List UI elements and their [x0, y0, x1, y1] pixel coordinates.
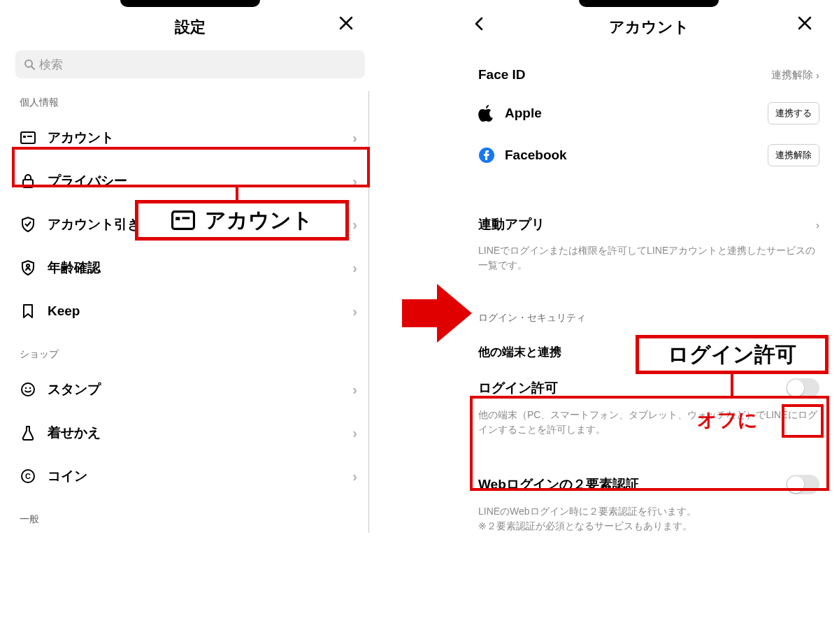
chevron-right-icon: › — [352, 173, 357, 189]
faceid-label: Face ID — [478, 67, 771, 83]
row-apple: Apple 連携する — [467, 92, 831, 134]
topbar: 設定 — [8, 7, 372, 48]
row-coin-label: コイン — [48, 467, 352, 485]
linked-apps-desc: LINEでログインまたは権限を許可してLINEアカウントと連携したサービスの一覧… — [467, 243, 831, 282]
section-login-security: ログイン・セキュリティ — [467, 306, 831, 331]
account-icon — [20, 129, 36, 146]
linked-apps-label: 連動アプリ — [478, 215, 816, 234]
svg-rect-4 — [23, 180, 33, 187]
svg-rect-13 — [175, 217, 180, 220]
chevron-right-icon: › — [352, 260, 357, 276]
svg-point-7 — [25, 387, 27, 389]
login-allow-toggle[interactable] — [786, 378, 819, 398]
lock-icon — [20, 173, 36, 189]
chevron-right-icon: › — [352, 217, 357, 233]
shield-icon — [20, 259, 36, 276]
page-title: 設定 — [8, 17, 372, 38]
callout-login-allow: ログイン許可 — [636, 335, 829, 374]
svg-text:C: C — [25, 472, 31, 480]
row-stamp[interactable]: スタンプ › — [8, 368, 368, 411]
row-age-label: 年齢確認 — [48, 259, 352, 277]
close-button[interactable] — [338, 15, 366, 31]
section-personal: 個人情報 — [8, 91, 368, 116]
connector-line — [731, 374, 733, 396]
svg-point-6 — [22, 383, 34, 396]
chevron-right-icon: › — [352, 130, 357, 146]
row-keep-label: Keep — [48, 303, 352, 319]
login-allow-label: ログイン許可 — [478, 379, 786, 397]
faceid-action[interactable]: 連携解除› — [771, 69, 819, 82]
twofa-label: Webログインの２要素認証 — [478, 475, 786, 494]
row-twofa: Webログインの２要素認証 — [467, 465, 831, 504]
login-allow-desc: 他の端末（PC、スマートフォン、タブレット、ウォッチなど）でLINEにログインす… — [467, 408, 831, 447]
search-input[interactable]: 検索 — [15, 50, 365, 78]
bookmark-icon — [20, 303, 36, 320]
shield-check-icon — [20, 216, 36, 233]
section-general: 一般 — [8, 498, 368, 533]
topbar: アカウント — [467, 7, 831, 48]
chevron-right-icon: › — [352, 303, 357, 320]
chevron-right-icon: › — [816, 219, 819, 231]
notch — [579, 0, 719, 7]
close-button[interactable] — [797, 15, 825, 31]
settings-screen: 設定 検索 個人情報 アカウント › プライバシー › — [8, 0, 372, 644]
row-stamp-label: スタンプ — [48, 380, 352, 399]
back-button[interactable] — [473, 15, 501, 32]
row-keep[interactable]: Keep › — [8, 289, 368, 333]
page-title: アカウント — [467, 17, 831, 38]
row-account-label: アカウント — [48, 129, 352, 147]
twofa-desc: LINEのWebログイン時に２要素認証を行います。 ※２要素認証が必須となるサー… — [467, 504, 831, 543]
row-account[interactable]: アカウント › — [8, 116, 368, 159]
chevron-left-icon — [473, 15, 485, 32]
row-theme[interactable]: 着せかえ › — [8, 411, 368, 455]
svg-rect-2 — [23, 136, 26, 138]
account-screen: アカウント Face ID 連携解除› Apple 連携する Facebook … — [467, 0, 831, 644]
chevron-right-icon: › — [352, 382, 357, 398]
svg-rect-3 — [27, 136, 32, 137]
row-privacy-label: プライバシー — [48, 172, 352, 190]
row-theme-label: 着せかえ — [48, 424, 352, 442]
coin-icon: C — [20, 468, 36, 485]
close-icon — [797, 15, 812, 31]
row-faceid[interactable]: Face ID 連携解除› — [467, 48, 831, 92]
chevron-right-icon: › — [816, 69, 819, 81]
account-icon — [171, 210, 195, 230]
apple-label: Apple — [505, 106, 768, 121]
search-icon — [24, 59, 35, 70]
connector-line — [236, 187, 238, 200]
callout-account: アカウント — [135, 200, 349, 241]
row-facebook: Facebook 連携解除 — [467, 134, 831, 176]
notch — [120, 0, 260, 7]
chevron-right-icon: › — [352, 425, 357, 441]
twofa-toggle[interactable] — [786, 475, 819, 494]
apple-icon — [478, 104, 498, 122]
apple-link-button[interactable]: 連携する — [768, 102, 819, 124]
svg-rect-14 — [182, 217, 189, 219]
section-shop: ショップ — [8, 333, 368, 368]
search-placeholder: 検索 — [39, 57, 63, 73]
row-coin[interactable]: C コイン › — [8, 455, 368, 498]
row-age[interactable]: 年齢確認 › — [8, 246, 368, 289]
arrow-right-icon — [399, 278, 475, 348]
facebook-icon — [478, 147, 498, 164]
smile-icon — [20, 381, 36, 398]
row-privacy[interactable]: プライバシー › — [8, 159, 368, 203]
svg-point-8 — [29, 387, 31, 389]
facebook-label: Facebook — [505, 148, 768, 163]
flask-icon — [20, 424, 36, 441]
svg-point-5 — [27, 264, 29, 267]
row-linked-apps[interactable]: 連動アプリ › — [467, 206, 831, 243]
facebook-unlink-button[interactable]: 連携解除 — [768, 144, 819, 166]
chevron-right-icon: › — [352, 468, 357, 485]
annotation-off-text: オフに — [697, 407, 758, 434]
close-icon — [338, 15, 354, 31]
